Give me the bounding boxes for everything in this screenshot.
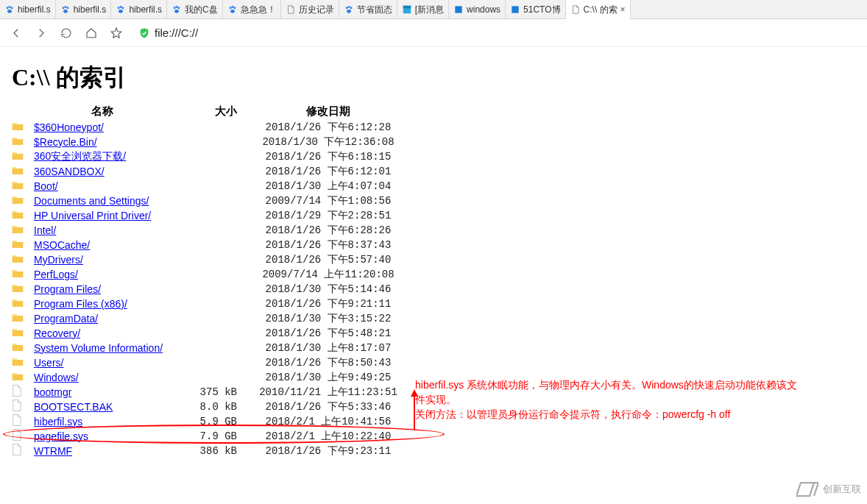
file-size — [192, 120, 247, 135]
annotation-line: hiberfil.sys 系统休眠功能，与物理内存大小有关。Windows的快速… — [415, 377, 864, 392]
file-name: Program Files (x86)/ — [28, 297, 192, 311]
file-name: Recovery/ — [28, 326, 192, 341]
tab[interactable]: hiberfil.s — [56, 0, 112, 19]
file-size: 8.0 kB — [192, 400, 247, 414]
url-text[interactable]: file:///C:// — [155, 26, 198, 39]
file-date: 2018/1/26 下午6:28:26 — [247, 223, 409, 238]
folder-icon — [12, 326, 28, 341]
file-link[interactable]: Windows/ — [34, 372, 79, 383]
table-row: Program Files (x86)/2018/1/26 下午9:21:11 — [12, 297, 409, 311]
file-size — [192, 223, 247, 238]
file-link[interactable]: $360Honeypot/ — [34, 121, 104, 133]
tab[interactable]: 急急急！ — [223, 0, 281, 19]
file-name: 360SANDBOX/ — [28, 164, 192, 179]
svg-point-19 — [230, 10, 235, 13]
file-table: 名称 大小 修改日期 $360Honeypot/2018/1/26 下午6:12… — [12, 103, 409, 458]
file-link[interactable]: Documents and Settings/ — [34, 195, 149, 207]
file-name: $Recycle.Bin/ — [28, 135, 192, 149]
tab[interactable]: 历史记录 — [281, 0, 339, 19]
back-button[interactable] — [7, 24, 25, 42]
table-row: bootmgr375 kB2010/11/21 上午11:23:51 — [12, 385, 409, 400]
tab-favicon-icon — [286, 4, 296, 15]
file-size — [192, 297, 247, 311]
tab[interactable]: 节省固态 — [339, 0, 397, 19]
file-link[interactable]: System Volume Information/ — [34, 342, 163, 354]
file-link[interactable]: 360SANDBOX/ — [34, 166, 105, 177]
file-size — [192, 370, 247, 385]
file-link[interactable]: HP Universal Print Driver/ — [34, 210, 151, 221]
column-name[interactable]: 名称 — [12, 103, 192, 120]
tab-favicon-icon — [453, 4, 464, 15]
tab[interactable]: 我的C盘 — [167, 0, 223, 19]
file-link[interactable]: WTRMF — [34, 445, 72, 457]
svg-marker-30 — [411, 389, 418, 397]
tab[interactable]: 51CTO博 — [506, 0, 565, 19]
page-title: C:\\ 的索引 — [12, 62, 855, 94]
column-size[interactable]: 大小 — [192, 103, 247, 120]
table-row: Recovery/2018/1/26 下午5:48:21 — [12, 326, 409, 341]
file-link[interactable]: Intel/ — [34, 224, 56, 236]
file-link[interactable]: Users/ — [34, 357, 63, 369]
file-size — [192, 164, 247, 179]
favorite-button[interactable] — [107, 24, 125, 42]
table-row: $360Honeypot/2018/1/26 下午6:12:28 — [12, 120, 409, 135]
file-date: 2018/1/26 下午6:12:01 — [247, 164, 409, 179]
folder-icon — [12, 282, 28, 297]
tab-favicon-icon — [4, 4, 15, 15]
file-size: 5.9 GB — [192, 414, 247, 429]
tab-label: C:\\ 的索 — [584, 4, 617, 16]
file-link[interactable]: $Recycle.Bin/ — [34, 136, 97, 148]
file-link[interactable]: PerfLogs/ — [34, 269, 78, 280]
table-row: Intel/2018/1/26 下午6:28:26 — [12, 223, 409, 238]
table-row: MSOCache/2018/1/26 下午8:37:43 — [12, 238, 409, 252]
svg-point-13 — [176, 6, 178, 8]
tab[interactable]: [新消息 — [397, 0, 449, 19]
shield-icon — [138, 27, 150, 39]
file-link[interactable]: Recovery/ — [34, 327, 80, 339]
table-row: System Volume Information/2018/1/30 上午8:… — [12, 341, 409, 355]
file-link[interactable]: bootmgr — [34, 386, 71, 398]
svg-point-12 — [174, 7, 176, 9]
forward-button[interactable] — [32, 24, 50, 42]
table-row: hiberfil.sys5.9 GB2018/2/1 上午10:41:56 — [12, 414, 409, 429]
file-name: Intel/ — [28, 223, 192, 238]
table-row: BOOTSECT.BAK8.0 kB2018/1/26 下午5:33:46 — [12, 400, 409, 414]
file-size — [192, 238, 247, 252]
file-link[interactable]: BOOTSECT.BAK — [34, 401, 113, 413]
file-link[interactable]: pagefile.sys — [34, 430, 88, 442]
tab[interactable]: windows — [449, 0, 506, 19]
file-name: bootmgr — [28, 385, 192, 400]
folder-icon — [12, 370, 28, 385]
svg-rect-25 — [403, 6, 411, 9]
folder-icon — [12, 149, 28, 164]
annotation-arrow-icon — [403, 389, 420, 433]
table-row: Program Files/2018/1/30 下午5:14:46 — [12, 282, 409, 297]
tab[interactable]: hiberfil.s — [0, 0, 56, 19]
file-link[interactable]: Boot/ — [34, 180, 58, 192]
tab[interactable]: hiberfil.s — [111, 0, 167, 19]
file-link[interactable]: ProgramData/ — [34, 313, 98, 324]
reload-button[interactable] — [57, 24, 75, 42]
tab-label: [新消息 — [415, 4, 444, 16]
svg-marker-28 — [111, 28, 121, 38]
tab-favicon-icon — [510, 4, 520, 15]
file-link[interactable]: hiberfil.sys — [34, 416, 82, 427]
folder-icon — [12, 252, 28, 267]
tab[interactable]: C:\\ 的索× — [566, 0, 631, 19]
file-date: 2018/1/26 下午9:21:11 — [247, 297, 409, 311]
file-link[interactable]: 360安全浏览器下载/ — [34, 150, 126, 162]
file-link[interactable]: Program Files (x86)/ — [34, 298, 127, 310]
column-date[interactable]: 修改日期 — [247, 103, 409, 120]
close-icon[interactable]: × — [620, 4, 626, 15]
file-name: WTRMF — [28, 444, 192, 458]
folder-icon — [12, 208, 28, 223]
table-row: Windows/2018/1/30 上午9:49:25 — [12, 370, 409, 385]
tab-label: 历史记录 — [299, 4, 334, 16]
home-button[interactable] — [82, 24, 100, 42]
file-link[interactable]: MyDrivers/ — [34, 254, 83, 266]
folder-icon — [12, 194, 28, 208]
folder-icon — [12, 179, 28, 194]
file-link[interactable]: Program Files/ — [34, 283, 101, 295]
file-icon — [12, 385, 28, 400]
file-link[interactable]: MSOCache/ — [34, 239, 90, 251]
